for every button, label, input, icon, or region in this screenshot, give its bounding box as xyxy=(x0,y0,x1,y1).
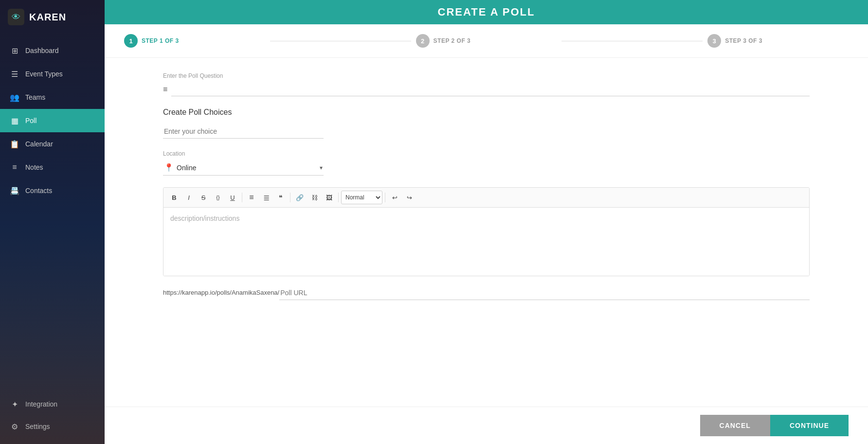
editor-placeholder: description/instructions xyxy=(170,214,239,222)
location-pin-icon: 📍 xyxy=(164,163,174,172)
step-3-circle: 3 xyxy=(707,34,721,48)
location-section: Location 📍 Online In Person Custom ▾ xyxy=(163,150,810,176)
poll-url-input[interactable] xyxy=(279,286,810,300)
step-line-2 xyxy=(561,41,703,41)
unordered-list-button[interactable]: ≡ xyxy=(245,191,258,204)
sidebar-item-label: Poll xyxy=(25,117,36,124)
rich-text-editor: B I S {} U ≡ ≣ ❝ 🔗 ⛓ 🖼 Normal Heading 1 … xyxy=(163,187,810,276)
ordered-list-button[interactable]: ≣ xyxy=(259,191,273,204)
sidebar-item-label: Notes xyxy=(25,163,43,171)
cancel-button[interactable]: CANCEL xyxy=(700,415,770,436)
toolbar-separator-2 xyxy=(290,193,290,202)
sidebar-item-label: Calendar xyxy=(25,140,53,148)
settings-icon: ⚙ xyxy=(10,422,19,431)
notes-icon: ≡ xyxy=(10,162,19,172)
step-line-1 xyxy=(270,41,411,41)
event-types-icon: ☰ xyxy=(10,69,19,79)
poll-question-input[interactable] xyxy=(171,82,810,96)
location-select[interactable]: Online In Person Custom xyxy=(177,164,317,172)
steps-bar: 1 STEP 1 OF 3 2 STEP 2 OF 3 3 STEP 3 OF … xyxy=(105,24,868,58)
continue-button[interactable]: CONTINUE xyxy=(770,415,849,436)
step-3-label: STEP 3 OF 3 xyxy=(725,37,762,44)
step-1: 1 STEP 1 OF 3 xyxy=(124,34,265,48)
toolbar-separator-1 xyxy=(242,193,242,202)
toolbar-separator-4 xyxy=(385,193,385,202)
integration-icon: ✦ xyxy=(10,399,19,409)
sidebar-item-contacts[interactable]: 📇 Contacts xyxy=(0,179,105,202)
sidebar-item-label: Contacts xyxy=(25,187,52,195)
poll-question-label: Enter the Poll Question xyxy=(163,72,810,79)
step-2: 2 STEP 2 OF 3 xyxy=(416,34,557,48)
sidebar-item-poll[interactable]: ▦ Poll xyxy=(0,109,105,132)
toolbar-separator-3 xyxy=(338,193,339,202)
poll-question-section: Enter the Poll Question ≡ xyxy=(163,72,810,96)
link-button[interactable]: 🔗 xyxy=(293,191,307,204)
page-header: CREATE A POLL xyxy=(105,0,868,24)
code-button[interactable]: {} xyxy=(211,191,225,204)
nav-menu: ⊞ Dashboard ☰ Event Types 👥 Teams ▦ Poll… xyxy=(0,34,105,387)
calendar-icon: 📋 xyxy=(10,139,19,149)
sidebar-bottom: ✦ Integration ⚙ Settings xyxy=(0,387,105,444)
footer: CANCEL CONTINUE xyxy=(105,407,868,444)
poll-choices-section: Create Poll Choices xyxy=(163,108,810,139)
sidebar-item-integration[interactable]: ✦ Integration xyxy=(10,394,95,414)
sidebar-item-label: Event Types xyxy=(25,70,63,78)
sidebar-bottom-label: Settings xyxy=(25,423,50,430)
logo-icon: 👁 xyxy=(8,9,24,25)
strikethrough-button[interactable]: S xyxy=(197,191,210,204)
teams-icon: 👥 xyxy=(10,92,19,102)
create-choices-title: Create Poll Choices xyxy=(163,108,810,117)
editor-toolbar: B I S {} U ≡ ≣ ❝ 🔗 ⛓ 🖼 Normal Heading 1 … xyxy=(163,188,809,208)
url-prefix: https://karenapp.io/polls/AnamikaSaxena/ xyxy=(163,289,279,300)
contacts-icon: 📇 xyxy=(10,186,19,195)
page-title: CREATE A POLL xyxy=(438,6,535,18)
location-select-wrap: 📍 Online In Person Custom ▾ xyxy=(163,160,324,176)
italic-button[interactable]: I xyxy=(182,191,196,204)
location-label: Location xyxy=(163,150,810,157)
step-2-circle: 2 xyxy=(416,34,430,48)
form-area: Enter the Poll Question ≡ Create Poll Ch… xyxy=(105,58,868,407)
chevron-down-icon: ▾ xyxy=(320,164,323,171)
url-section: https://karenapp.io/polls/AnamikaSaxena/ xyxy=(163,286,810,300)
sidebar-item-calendar[interactable]: 📋 Calendar xyxy=(0,132,105,156)
editor-body[interactable]: description/instructions xyxy=(163,208,809,276)
poll-icon: ▦ xyxy=(10,116,19,125)
unlink-button[interactable]: ⛓ xyxy=(307,191,321,204)
poll-question-icon: ≡ xyxy=(163,85,167,94)
sidebar: 👁 KAREN ⊞ Dashboard ☰ Event Types 👥 Team… xyxy=(0,0,105,444)
app-logo[interactable]: 👁 KAREN xyxy=(0,0,105,34)
sidebar-item-label: Teams xyxy=(25,93,45,101)
sidebar-item-event-types[interactable]: ☰ Event Types xyxy=(0,62,105,86)
step-1-label: STEP 1 OF 3 xyxy=(142,37,179,44)
sidebar-item-teams[interactable]: 👥 Teams xyxy=(0,86,105,109)
choice-input[interactable] xyxy=(163,124,324,139)
blockquote-button[interactable]: ❝ xyxy=(274,191,288,204)
image-button[interactable]: 🖼 xyxy=(322,191,336,204)
dashboard-icon: ⊞ xyxy=(10,46,19,55)
step-1-circle: 1 xyxy=(124,34,138,48)
step-2-label: STEP 2 OF 3 xyxy=(434,37,471,44)
main-content: CREATE A POLL 1 STEP 1 OF 3 2 STEP 2 OF … xyxy=(105,0,868,444)
sidebar-item-label: Dashboard xyxy=(25,47,59,54)
sidebar-bottom-label: Integration xyxy=(25,400,57,408)
redo-button[interactable]: ↪ xyxy=(402,191,416,204)
undo-button[interactable]: ↩ xyxy=(388,191,401,204)
sidebar-item-settings[interactable]: ⚙ Settings xyxy=(10,417,95,436)
sidebar-item-notes[interactable]: ≡ Notes xyxy=(0,156,105,179)
logo-icon-char: 👁 xyxy=(12,12,20,22)
app-name: KAREN xyxy=(29,12,66,23)
format-select[interactable]: Normal Heading 1 Heading 2 Heading 3 xyxy=(341,191,382,204)
underline-button[interactable]: U xyxy=(226,191,239,204)
sidebar-item-dashboard[interactable]: ⊞ Dashboard xyxy=(0,39,105,62)
step-3: 3 STEP 3 OF 3 xyxy=(707,34,849,48)
bold-button[interactable]: B xyxy=(167,191,181,204)
